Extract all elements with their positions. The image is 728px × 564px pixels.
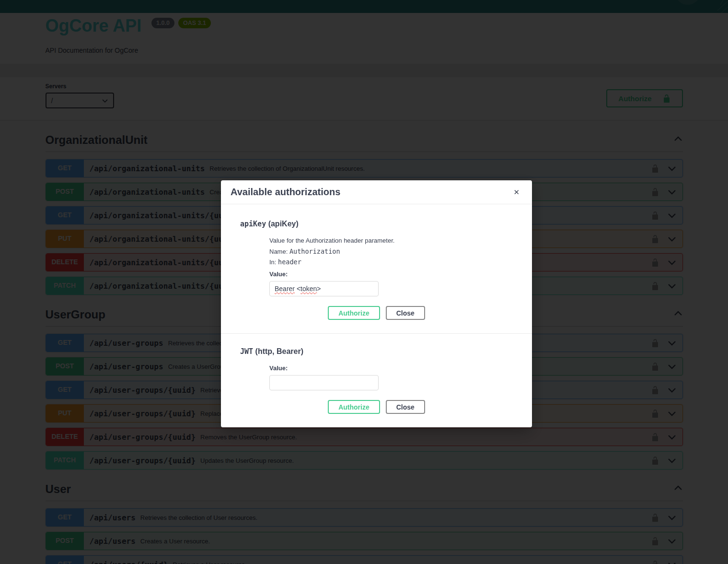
modal-header: Available authorizations ✕ [221,180,532,204]
apikey-authorize-button[interactable]: Authorize [328,306,380,320]
apikey-name-row: Name: Authorization [269,247,513,255]
close-icon[interactable]: ✕ [510,187,522,198]
apikey-scheme-type: (apiKey) [268,220,299,228]
authorizations-modal: Available authorizations ✕ apiKey (apiKe… [221,180,532,427]
apikey-scheme-name: apiKey [240,220,266,228]
jwt-scheme-name: JWT [240,347,253,356]
jwt-authorize-button[interactable]: Authorize [328,400,380,414]
jwt-scheme-type: (http, Bearer) [255,347,303,355]
jwt-value-input[interactable] [269,375,379,390]
apikey-in-label: In: [269,258,276,266]
apikey-buttons: Authorize Close [240,306,513,320]
apikey-in-value: header [278,258,301,266]
apikey-value-input[interactable]: Bearer <token> [269,281,379,296]
jwt-close-button[interactable]: Close [386,400,425,414]
apikey-value-label: Value: [269,270,513,278]
jwt-buttons: Authorize Close [240,400,513,414]
jwt-auth-section: JWT (http, Bearer) Value: Authorize Clos… [221,333,532,427]
apikey-auth-section: apiKey (apiKey) Value for the Authorizat… [221,204,532,333]
modal-title: Available authorizations [231,187,340,198]
apikey-description: Value for the Authorization header param… [269,237,513,244]
apikey-name-label: Name: [269,248,288,255]
apikey-heading: apiKey (apiKey) [240,220,513,228]
apikey-in-row: In: header [269,258,513,266]
apikey-name-value: Authorization [289,247,340,255]
jwt-heading: JWT (http, Bearer) [240,347,513,356]
apikey-close-button[interactable]: Close [386,306,425,320]
jwt-value-label: Value: [269,364,513,372]
